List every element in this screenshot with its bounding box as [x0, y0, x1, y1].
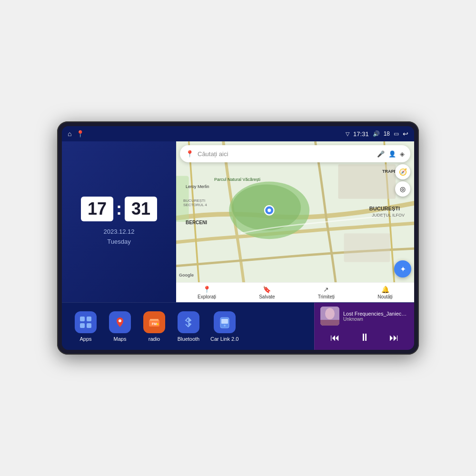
device: ⌂ 📍 ▽ 17:31 🔊 18 ▭ ↩ 17 :	[57, 121, 419, 355]
app-icons-area: Apps Maps	[62, 303, 314, 350]
device-screen: ⌂ 📍 ▽ 17:31 🔊 18 ▭ ↩ 17 :	[62, 126, 414, 350]
app-item-apps[interactable]: Apps	[69, 308, 102, 345]
radio-svg-icon: FM	[148, 316, 161, 329]
music-title: Lost Frequencies_Janieck Devy-...	[343, 311, 408, 317]
music-play-btn[interactable]: ⏸	[356, 330, 374, 345]
svg-rect-11	[87, 323, 91, 328]
music-next-btn[interactable]: ⏭	[386, 331, 403, 344]
music-text: Lost Frequencies_Janieck Devy-... Unknow…	[343, 311, 408, 322]
news-label: Noutăți	[377, 294, 393, 299]
map-label-sector4: BUCUREȘTISECTORUL 4	[183, 198, 207, 207]
map-nav-explore[interactable]: 📍 Explorați	[198, 286, 216, 299]
svg-rect-5	[344, 233, 390, 262]
map-search-bar[interactable]: 📍 Căutați aici 🎤 👤 ◈	[180, 145, 410, 162]
map-nav-share[interactable]: ↗ Trimiteți	[318, 286, 335, 299]
map-compass-btn[interactable]: 🧭	[395, 164, 410, 179]
saved-label: Salvate	[259, 294, 275, 299]
maps-svg-icon	[113, 316, 127, 329]
share-label: Trimiteți	[318, 294, 335, 299]
volume-level: 18	[384, 130, 390, 137]
apps-icon	[75, 311, 97, 333]
music-info: Lost Frequencies_Janieck Devy-... Unknow…	[320, 307, 408, 326]
maps-app-icon	[109, 311, 131, 333]
google-logo: Google	[179, 273, 194, 278]
svg-rect-14	[150, 319, 159, 321]
svg-text:FM: FM	[152, 322, 157, 326]
map-label-parc: Parcul Natural Văcărești	[214, 177, 260, 182]
map-nav-bottom: 📍 Explorați 🔖 Salvate ↗ Trimiteți 🔔	[176, 282, 414, 302]
music-artist: Unknown	[343, 317, 408, 322]
bottom-section: Apps Maps	[62, 302, 414, 350]
main-content: 17 : 31 2023.12.12 Tuesday	[62, 141, 414, 350]
svg-point-21	[325, 308, 335, 319]
album-art	[320, 307, 339, 326]
map-nav-news[interactable]: 🔔 Noutăți	[377, 286, 393, 299]
map-search-placeholder[interactable]: Căutați aici	[198, 150, 373, 158]
app-item-maps[interactable]: Maps	[104, 308, 136, 345]
clock-hours: 17	[81, 197, 113, 221]
maps-label: Maps	[114, 336, 127, 342]
clock-display: 17 : 31	[81, 197, 157, 221]
music-controls: ⏮ ⏸ ⏭	[320, 328, 408, 347]
explore-icon: 📍	[203, 286, 211, 293]
map-mylocation-btn[interactable]: ◎	[395, 181, 410, 197]
svg-rect-8	[80, 317, 85, 321]
svg-rect-22	[320, 320, 339, 326]
apps-label: Apps	[79, 336, 91, 342]
music-player: Lost Frequencies_Janieck Devy-... Unknow…	[314, 303, 414, 350]
news-icon: 🔔	[381, 286, 389, 293]
map-logo-icon: 📍	[186, 150, 194, 158]
clock-minutes: 31	[125, 197, 157, 221]
app-item-bluetooth[interactable]: Bluetooth	[172, 308, 205, 345]
status-left-icons: ⌂ 📍	[68, 130, 84, 138]
svg-rect-10	[80, 323, 85, 328]
svg-point-7	[268, 208, 271, 212]
map-svg	[176, 141, 414, 302]
map-label-leroy: Leroy Merlin	[186, 184, 209, 189]
layers-icon[interactable]: ◈	[400, 150, 405, 158]
carlink-label: Car Link 2.0	[210, 336, 238, 342]
svg-rect-9	[87, 317, 91, 321]
svg-point-16	[157, 323, 159, 325]
account-icon[interactable]: 👤	[388, 150, 396, 158]
map-label-bucuresti: BUCUREȘTI	[369, 206, 400, 211]
map-nav-saved[interactable]: 🔖 Salvate	[259, 286, 275, 299]
top-section: 17 : 31 2023.12.12 Tuesday	[62, 141, 414, 302]
back-icon[interactable]: ↩	[403, 130, 408, 138]
battery-icon: ▭	[394, 130, 399, 137]
volume-icon: 🔊	[373, 130, 380, 137]
status-right: ▽ 17:31 🔊 18 ▭ ↩	[346, 130, 408, 138]
svg-point-12	[119, 319, 121, 322]
map-label-berceni: BERCENI	[186, 220, 207, 225]
map-search-actions: 🎤 👤 ◈	[377, 150, 405, 158]
music-prev-btn[interactable]: ⏮	[327, 331, 344, 344]
bluetooth-label: Bluetooth	[178, 336, 199, 342]
radio-app-icon: FM	[143, 311, 165, 333]
music-thumbnail	[320, 307, 339, 326]
radio-label: radio	[149, 336, 160, 342]
svg-point-19	[224, 325, 226, 327]
saved-icon: 🔖	[263, 286, 271, 293]
location-icon[interactable]: 📍	[76, 130, 84, 138]
map-label-judet: JUDEȚUL ILFOV	[372, 213, 405, 218]
carlink-app-icon	[214, 311, 236, 333]
map-panel[interactable]: 📍 Căutați aici 🎤 👤 ◈ TRAPEZULUI Parcul N…	[176, 141, 414, 302]
bluetooth-app-icon	[178, 311, 199, 333]
mic-icon[interactable]: 🎤	[377, 150, 385, 158]
apps-svg-icon	[79, 316, 92, 329]
map-navigate-btn[interactable]: ✦	[394, 260, 411, 278]
app-item-carlink[interactable]: Car Link 2.0	[207, 308, 242, 345]
status-bar: ⌂ 📍 ▽ 17:31 🔊 18 ▭ ↩	[62, 126, 414, 141]
app-item-radio[interactable]: FM radio	[138, 308, 170, 345]
status-time: 17:31	[353, 130, 369, 138]
bluetooth-svg-icon	[182, 316, 195, 329]
share-icon: ↗	[323, 286, 329, 293]
svg-rect-18	[221, 319, 228, 324]
clock-panel: 17 : 31 2023.12.12 Tuesday	[62, 141, 176, 302]
carlink-svg-icon	[218, 316, 231, 329]
clock-colon: :	[116, 200, 122, 218]
clock-date: 2023.12.12 Tuesday	[103, 227, 134, 247]
signal-icon: ▽	[346, 131, 349, 137]
explore-label: Explorați	[198, 294, 216, 299]
home-icon[interactable]: ⌂	[68, 130, 71, 138]
